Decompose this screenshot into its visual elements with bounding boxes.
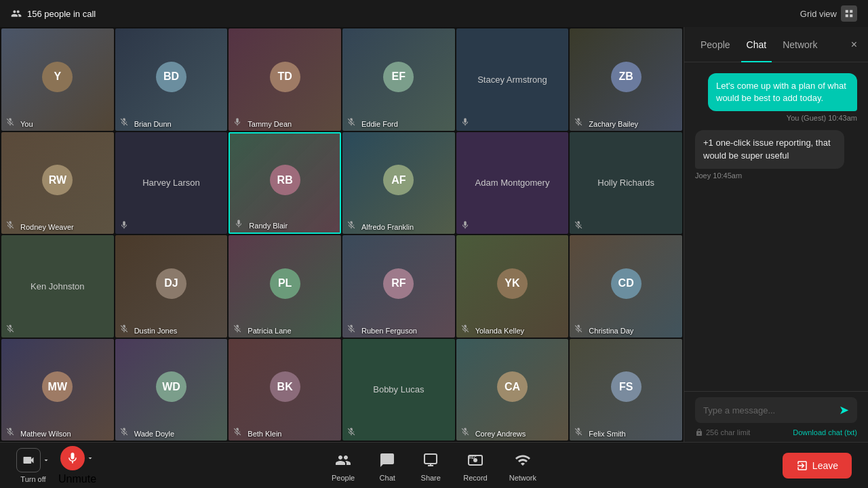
panel-close-btn[interactable]: ×: [851, 39, 857, 50]
name-label-felix-smith: Felix Smith: [575, 430, 625, 438]
video-cell-holly-richards[interactable]: Holly Richards: [570, 132, 682, 235]
record-ctrl-btn[interactable]: REC Record: [463, 449, 487, 482]
name-label-beth-klein: Beth Klein: [234, 430, 281, 438]
message-bubble-1: Let's come up with a plan of what would …: [708, 73, 857, 111]
name-label-patricia-lane: Patricia Lane: [234, 327, 291, 335]
name-label-yolanda-kelley: Yolanda Kelley: [462, 327, 524, 335]
video-cell-mathew-wilson[interactable]: MW Mathew Wilson: [1, 339, 114, 441]
network-ctrl-btn[interactable]: Network: [509, 449, 536, 482]
name-label-randy-blair: Randy Blair: [235, 222, 288, 230]
video-cell-ruben-ferguson[interactable]: RF Ruben Ferguson: [342, 235, 455, 338]
name-label-rodney-weaver: Rodney Weaver: [7, 223, 74, 231]
chat-input[interactable]: [703, 405, 833, 415]
people-count: 156 people in call: [27, 9, 96, 19]
video-cell-patricia-lane[interactable]: PL Patricia Lane: [229, 235, 341, 338]
turn-off-btn[interactable]: Turn off: [16, 448, 50, 483]
video-cell-you[interactable]: Y You: [1, 28, 114, 131]
center-name-bobby-lucas: Bobby Lucas: [373, 384, 424, 394]
bottom-center-controls: People Chat Share: [332, 449, 536, 482]
name-label-alfredo-franklin: Alfredo Franklin: [348, 223, 414, 231]
svg-rect-0: [425, 454, 437, 464]
top-bar: 156 people in call Grid view: [0, 0, 868, 27]
video-cell-eddie-ford[interactable]: EF Eddie Ford: [342, 28, 455, 131]
video-cell-stacey-armstrong[interactable]: Stacey Armstrong: [456, 28, 569, 131]
grid-view-btn[interactable]: Grid view: [800, 5, 857, 22]
people-ctrl-label: People: [332, 474, 355, 482]
camera-icon-btn[interactable]: [16, 448, 41, 472]
video-cell-zachary-bailey[interactable]: ZB Zachary Bailey: [570, 28, 682, 131]
video-cell-corey-andrews[interactable]: CA Corey Andrews: [456, 339, 569, 441]
mic-indicator-harvey-larson: [118, 219, 130, 231]
mic-indicator-ken-johnston: [4, 323, 16, 335]
download-chat[interactable]: Download chat (txt): [793, 428, 857, 436]
mic-indicator-stacey-armstrong: [459, 116, 471, 128]
name-label-mathew-wilson: Mathew Wilson: [7, 430, 71, 438]
people-icon: [11, 8, 22, 19]
chat-footer: 256 char limit Download chat (txt): [684, 426, 868, 442]
message-bubble-2: +1 one-click issue reporting, that would…: [695, 130, 844, 168]
video-cell-bobby-lucas[interactable]: Bobby Lucas: [342, 339, 455, 441]
video-cell-felix-smith[interactable]: FS Felix Smith: [570, 339, 682, 441]
name-label-wade-doyle: Wade Doyle: [121, 430, 175, 438]
top-bar-left: 156 people in call: [11, 8, 96, 19]
share-ctrl-icon: [420, 449, 441, 471]
panel-tabs: People Chat Network ×: [684, 27, 868, 62]
lock-icon: [695, 428, 703, 436]
camera-chevron-icon: [42, 456, 50, 464]
tab-people[interactable]: People: [695, 37, 736, 53]
mic-chevron-icon: [86, 454, 94, 462]
video-cell-tammy-dean[interactable]: TD Tammy Dean: [229, 28, 341, 131]
center-name-ken-johnston: Ken Johnston: [31, 281, 85, 291]
name-label-zachary-bailey: Zachary Bailey: [575, 120, 638, 128]
share-ctrl-btn[interactable]: Share: [420, 449, 441, 482]
video-cell-alfredo-franklin[interactable]: AF Alfredo Franklin: [342, 132, 455, 235]
mic-icon-btn[interactable]: [60, 446, 85, 470]
unmute-label: Unmute: [58, 473, 96, 485]
unmute-btn[interactable]: Unmute: [58, 446, 96, 485]
chat-messages: Let's come up with a plan of what would …: [684, 62, 868, 391]
name-label-christina-day: Christina Day: [575, 327, 633, 335]
main-content: Y YouBD Brian DunnTD Tammy DeanEF Eddie …: [0, 27, 868, 442]
video-cell-harvey-larson[interactable]: Harvey Larson: [115, 132, 228, 235]
video-cell-wade-doyle[interactable]: WD Wade Doyle: [115, 339, 228, 441]
name-label-tammy-dean: Tammy Dean: [234, 120, 292, 128]
video-cell-yolanda-kelley[interactable]: YK Yolanda Kelley: [456, 235, 569, 338]
name-label-you: You: [7, 120, 33, 128]
video-cell-adam-montgomery[interactable]: Adam Montgomery: [456, 132, 569, 235]
tab-network[interactable]: Network: [777, 37, 823, 53]
message-meta-1: You (Guest) 10:43am: [787, 114, 857, 122]
video-grid: Y YouBD Brian DunnTD Tammy DeanEF Eddie …: [0, 27, 684, 442]
video-cell-rodney-weaver[interactable]: RW Rodney Weaver: [1, 132, 114, 235]
video-cell-christina-day[interactable]: CD Christina Day: [570, 235, 682, 338]
video-cell-beth-klein[interactable]: BK Beth Klein: [229, 339, 341, 441]
message-own-wrapper: Let's come up with a plan of what would …: [695, 73, 857, 122]
center-name-adam-montgomery: Adam Montgomery: [475, 178, 550, 188]
bottom-left-controls: Turn off Unmute: [16, 446, 96, 485]
video-cell-brian-dunn[interactable]: BD Brian Dunn: [115, 28, 228, 131]
message-other-wrapper: +1 one-click issue reporting, that would…: [695, 130, 857, 179]
name-label-brian-dunn: Brian Dunn: [121, 120, 172, 128]
people-ctrl-icon: [332, 449, 354, 471]
bottom-bar: Turn off Unmute: [0, 442, 868, 488]
leave-label: Leave: [812, 460, 838, 471]
record-ctrl-label: Record: [463, 474, 487, 482]
svg-text:REC: REC: [469, 455, 477, 460]
leave-btn[interactable]: Leave: [783, 453, 852, 479]
mic-indicator-bobby-lucas: [345, 426, 357, 438]
record-ctrl-icon: REC: [465, 449, 486, 471]
center-name-stacey-armstrong: Stacey Armstrong: [477, 75, 547, 85]
video-cell-dustin-jones[interactable]: DJ Dustin Jones: [115, 235, 228, 338]
video-area: Y YouBD Brian DunnTD Tammy DeanEF Eddie …: [0, 27, 684, 442]
people-ctrl-btn[interactable]: People: [332, 449, 355, 482]
chat-ctrl-icon: [376, 449, 398, 471]
chat-ctrl-btn[interactable]: Chat: [376, 449, 398, 482]
leave-icon: [796, 460, 808, 472]
tab-chat[interactable]: Chat: [741, 37, 772, 53]
center-name-holly-richards: Holly Richards: [597, 178, 654, 188]
name-label-eddie-ford: Eddie Ford: [348, 120, 398, 128]
name-label-dustin-jones: Dustin Jones: [121, 327, 178, 335]
video-cell-ken-johnston[interactable]: Ken Johnston: [1, 235, 114, 338]
char-limit: 256 char limit: [706, 428, 750, 436]
video-cell-randy-blair[interactable]: RB Randy Blair: [229, 132, 341, 235]
send-button[interactable]: ➤: [839, 403, 849, 418]
